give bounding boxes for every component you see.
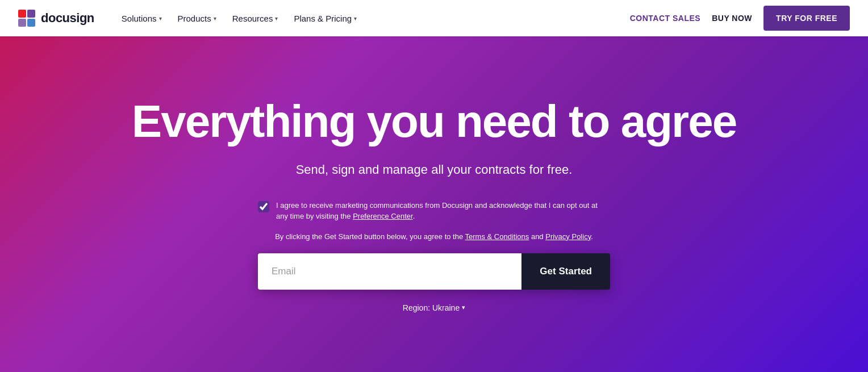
terms-conditions-link[interactable]: Terms & Conditions bbox=[465, 232, 529, 241]
navbar: docusign Solutions ▾ Products ▾ Resource… bbox=[0, 0, 868, 36]
plans-chevron-icon: ▾ bbox=[354, 15, 357, 22]
buy-now-link[interactable]: BUY NOW bbox=[712, 14, 752, 23]
products-chevron-icon: ▾ bbox=[214, 15, 216, 22]
svg-rect-2 bbox=[18, 19, 26, 27]
get-started-button[interactable]: Get Started bbox=[521, 253, 610, 290]
navbar-right: CONTACT SALES BUY NOW TRY FOR FREE bbox=[630, 6, 850, 31]
terms-text: By clicking the Get Started button below… bbox=[275, 232, 593, 241]
navbar-left: docusign Solutions ▾ Products ▾ Resource… bbox=[18, 9, 364, 28]
consent-checkbox[interactable] bbox=[258, 201, 269, 212]
svg-rect-0 bbox=[18, 10, 26, 18]
nav-plans-pricing[interactable]: Plans & Pricing ▾ bbox=[287, 9, 364, 28]
nav-resources[interactable]: Resources ▾ bbox=[226, 9, 285, 28]
hero-subtitle: Send, sign and manage all your contracts… bbox=[296, 162, 573, 177]
nav-solutions[interactable]: Solutions ▾ bbox=[115, 9, 169, 28]
svg-rect-1 bbox=[27, 10, 35, 18]
consent-text: I agree to receive marketing communicati… bbox=[276, 200, 610, 222]
nav-links: Solutions ▾ Products ▾ Resources ▾ Plans… bbox=[115, 9, 364, 28]
try-for-free-button[interactable]: TRY FOR FREE bbox=[763, 6, 850, 31]
hero-title: Everything you need to agree bbox=[132, 97, 736, 147]
email-form: Get Started bbox=[258, 253, 610, 290]
preference-center-link[interactable]: Preference Center bbox=[353, 212, 413, 220]
region-chevron-icon: ▾ bbox=[462, 304, 465, 311]
consent-area: I agree to receive marketing communicati… bbox=[258, 200, 610, 222]
svg-rect-3 bbox=[27, 19, 35, 27]
nav-products[interactable]: Products ▾ bbox=[171, 9, 223, 28]
logo[interactable]: docusign bbox=[18, 10, 94, 27]
hero-section: Everything you need to agree Send, sign … bbox=[0, 36, 868, 372]
resources-chevron-icon: ▾ bbox=[275, 15, 278, 22]
logo-text: docusign bbox=[41, 11, 94, 26]
contact-sales-link[interactable]: CONTACT SALES bbox=[630, 14, 700, 23]
email-input[interactable] bbox=[258, 253, 521, 290]
privacy-policy-link[interactable]: Privacy Policy bbox=[545, 232, 591, 241]
solutions-chevron-icon: ▾ bbox=[159, 15, 162, 22]
logo-icon bbox=[18, 10, 35, 27]
region-selector[interactable]: Region: Ukraine ▾ bbox=[403, 303, 465, 312]
region-label: Region: Ukraine bbox=[403, 303, 460, 312]
